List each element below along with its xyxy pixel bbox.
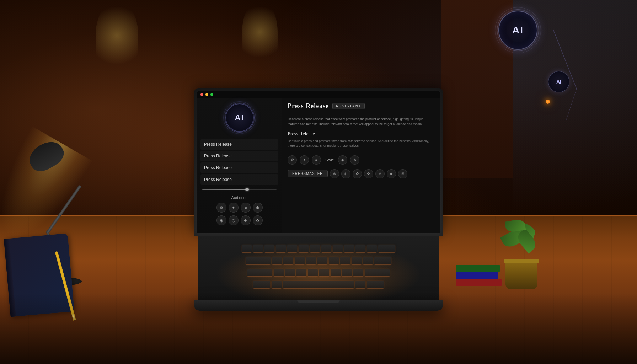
key[interactable] [317, 257, 327, 265]
screen-dot-yellow[interactable] [205, 93, 208, 96]
key[interactable] [333, 245, 343, 253]
app-title: Press Release [288, 102, 329, 110]
sidebar-icon-btn-3[interactable]: ◈ [241, 203, 251, 213]
key[interactable] [272, 257, 282, 265]
key[interactable] [374, 257, 391, 265]
space-key[interactable] [283, 281, 354, 289]
toolbar-btn-10[interactable]: ⊕ [375, 169, 385, 178]
screen-dot-red[interactable] [200, 93, 203, 96]
ai-orb-large: AI [498, 11, 537, 50]
toolbar-btn-8[interactable]: ✿ [353, 169, 362, 178]
sidebar-icon-btn-4[interactable]: ❋ [253, 203, 263, 213]
pressmaster-button[interactable]: PRESSMASTER [288, 170, 328, 177]
style-label: Style [325, 158, 334, 162]
text-content-intro: Generate a press release that effectivel… [288, 117, 435, 127]
key-row-3 [215, 269, 422, 279]
laptop-base [194, 300, 443, 311]
key[interactable] [329, 257, 339, 265]
key[interactable] [274, 269, 284, 277]
key[interactable] [378, 245, 395, 253]
key[interactable] [283, 257, 293, 265]
key[interactable] [319, 269, 329, 277]
content-area: Generate a press release that effectivel… [288, 117, 435, 229]
key[interactable] [264, 245, 274, 253]
key[interactable] [355, 245, 365, 253]
key[interactable] [308, 269, 318, 277]
key[interactable] [306, 257, 316, 265]
toolbar-btn-5[interactable]: ❋ [350, 155, 359, 165]
toolbar-btn-3[interactable]: ◈ [312, 155, 321, 165]
key-row-4 [215, 281, 422, 291]
screen-dot-green[interactable] [210, 93, 213, 96]
sidebar-icon-btn-8[interactable]: ✿ [253, 215, 263, 225]
key-row-1 [215, 245, 422, 255]
key[interactable] [342, 269, 352, 277]
ai-node-small: AI [548, 71, 569, 92]
toolbar-btn-9[interactable]: ❖ [364, 169, 373, 178]
key[interactable] [321, 245, 331, 253]
key[interactable] [344, 245, 354, 253]
screen-top-bar [197, 91, 440, 98]
key[interactable] [253, 281, 270, 289]
key[interactable] [246, 257, 271, 265]
slider-label: Audience [231, 196, 248, 200]
toolbar-btn-4[interactable]: ◉ [338, 155, 347, 165]
ceiling-light-2 [242, 0, 278, 64]
key[interactable] [340, 257, 350, 265]
app-header: Press Release ASSISTANT [288, 102, 435, 113]
toolbar-btn-2[interactable]: ✦ [300, 155, 309, 165]
books-stack [456, 265, 502, 286]
toolbar-btn-1[interactable]: ⚙ [288, 155, 297, 165]
laptop-screen-wrapper: AI Press Release Press Release [194, 88, 443, 236]
sidebar-item-3[interactable]: Press Release [200, 162, 278, 173]
sidebar-item-4[interactable]: Press Release [200, 174, 278, 185]
key[interactable] [247, 269, 272, 277]
sidebar-icon-btn-1[interactable]: ⚙ [216, 203, 226, 213]
sidebar-icon-btn-2[interactable]: ✦ [229, 203, 239, 213]
toolbar-btn-7[interactable]: ◎ [341, 169, 350, 178]
key[interactable] [296, 269, 306, 277]
slider-track[interactable] [202, 189, 277, 190]
slider-container [200, 189, 278, 190]
key[interactable] [295, 257, 305, 265]
sidebar-icon-row: ⚙ ✦ ◈ ❋ [216, 203, 263, 213]
key[interactable] [299, 245, 309, 253]
key[interactable] [253, 245, 263, 253]
book-3 [456, 265, 500, 272]
key[interactable] [287, 245, 297, 253]
sidebar-icon-btn-7[interactable]: ⊛ [241, 215, 251, 225]
toolbar-btn-12[interactable]: ⊞ [398, 169, 407, 178]
key[interactable] [363, 257, 373, 265]
toolbar-btn-6[interactable]: ⊛ [330, 169, 339, 178]
key[interactable] [367, 245, 377, 253]
slider-fill [202, 189, 247, 190]
key[interactable] [331, 269, 341, 277]
key-row-2 [215, 257, 422, 267]
sidebar-icon-btn-6[interactable]: ◎ [229, 215, 239, 225]
lamp-arm-upper [47, 185, 81, 234]
sidebar-menu: Press Release Press Release Press Releas… [200, 139, 278, 186]
key[interactable] [310, 245, 320, 253]
key[interactable] [353, 269, 363, 277]
sidebar-icon-row-2: ◉ ◎ ⊛ ✿ [216, 215, 263, 225]
key[interactable] [285, 269, 295, 277]
key[interactable] [365, 269, 390, 277]
sidebar-item-2[interactable]: Press Release [200, 151, 278, 161]
key[interactable] [352, 257, 362, 265]
key[interactable] [276, 245, 286, 253]
key[interactable] [367, 281, 384, 289]
sidebar-icon-btn-5[interactable]: ◉ [216, 215, 226, 225]
lamp-head [25, 136, 68, 176]
key[interactable] [272, 281, 282, 289]
section-title: Press Release [288, 131, 435, 137]
bottom-toolbar: ⚙ ✦ ◈ Style ◉ ❋ PRESSMASTER ⊛ [288, 152, 435, 178]
laptop: AI Press Release Press Release [194, 88, 443, 311]
key[interactable] [355, 281, 365, 289]
sidebar-item-1[interactable]: Press Release [200, 139, 278, 150]
toolbar-btn-11[interactable]: ◆ [387, 169, 396, 178]
slider-thumb[interactable] [245, 188, 249, 191]
key[interactable] [242, 245, 252, 253]
ai-label-left: AI [235, 113, 244, 122]
book-1 [456, 279, 502, 286]
ai-node-label-small: AI [556, 79, 561, 85]
